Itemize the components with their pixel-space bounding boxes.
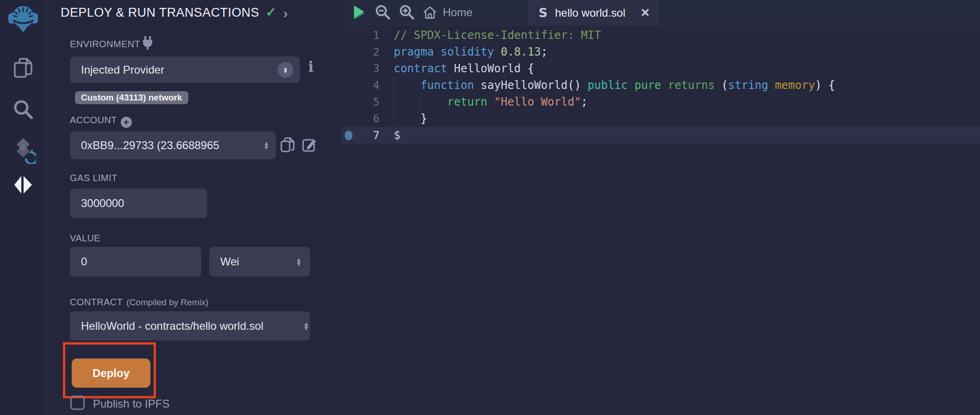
remix-logo[interactable] [0,3,46,34]
account-value: 0xBB9...29733 (23.6688965 [81,139,219,152]
line-number: 1 [355,29,379,41]
info-icon[interactable]: i [308,58,314,75]
icon-sidebar [0,0,46,415]
code-text: contract HelloWorld { [394,62,534,75]
line-number: 6 [355,113,379,125]
panel-title-text: DEPLOY & RUN TRANSACTIONS [61,6,259,19]
run-script-icon[interactable] [353,5,366,20]
contract-select-arrows-icon: ▲▼ [303,321,309,330]
gas-limit-value: 3000000 [81,197,124,210]
sidebar-item-deploy-and-run[interactable] [0,175,46,195]
deploy-button[interactable]: Deploy [72,358,150,388]
add-account-icon[interactable]: + [121,117,132,128]
gas-limit-input[interactable]: 3000000 [70,189,207,218]
value-label: VALUE [70,233,100,244]
tab-home[interactable]: Home [416,0,479,25]
file-explorer-icon [12,57,34,80]
environment-select-arrows-icon: ▲▼ [278,62,293,78]
editor-tabbar: Home S hello world.sol ✕ [341,0,980,25]
zoom-in-icon[interactable] [399,4,416,21]
publish-ipfs-label: Publish to IPFS [93,397,169,410]
environment-label: ENVIRONMENT [70,39,140,50]
contract-select[interactable]: HelloWorld - contracts/hello world.sol ▲… [70,311,310,340]
breakpoint-dot-icon [345,131,353,140]
network-badge: Custom (43113) network [75,91,188,104]
remix-logo-icon [8,3,38,34]
deploy-and-run-icon [13,175,33,195]
breakpoint-gutter[interactable] [341,131,355,140]
code-text: function sayHelloWorld() public pure ret… [394,79,835,92]
value-amount: 0 [81,255,87,268]
indent-guide [394,76,394,126]
panel-title: DEPLOY & RUN TRANSACTIONS✓ [61,5,277,20]
copy-account-icon[interactable] [280,137,296,153]
code-line[interactable]: 6 } [341,110,980,127]
code-text: pragma solidity 0.8.13; [394,45,547,58]
line-number: 7 [355,129,379,141]
code-line[interactable]: 4 function sayHelloWorld() public pure r… [341,77,980,94]
line-number: 3 [355,63,379,75]
code-text: return "Hello World"; [394,95,588,108]
account-select-arrows-icon: ▲▼ [263,141,269,150]
contract-label: CONTRACT(Compiled by Remix) [70,297,209,308]
publish-ipfs-checkbox[interactable] [70,396,85,410]
value-unit: Wei [220,255,239,268]
tab-home-label: Home [443,6,472,19]
code-line[interactable]: 1// SPDX-License-Identifier: MIT [341,27,980,44]
tab-hello-world-label: hello world.sol [555,6,640,19]
deploy-run-panel: DEPLOY & RUN TRANSACTIONS✓ › ENVIRONMENT… [46,0,341,415]
contract-sublabel: (Compiled by Remix) [126,297,208,307]
code-area[interactable]: 1// SPDX-License-Identifier: MIT2pragma … [341,25,980,144]
code-line[interactable]: 2pragma solidity 0.8.13; [341,44,980,60]
line-number: 2 [355,46,379,58]
tab-hello-world-sol[interactable]: S hello world.sol ✕ [529,0,658,25]
code-text: } [394,112,427,125]
code-editor: Home S hello world.sol ✕ 1// SPDX-Licens… [341,0,980,415]
account-label: ACCOUNT+ [70,115,132,128]
value-input[interactable]: 0 [70,247,201,277]
value-unit-arrows-icon: ▲▼ [296,258,302,266]
sidebar-item-search[interactable] [0,99,46,120]
code-line[interactable]: 3contract HelloWorld { [341,60,980,77]
sidebar-item-file-explorer[interactable] [0,57,46,80]
code-text: // SPDX-License-Identifier: MIT [394,29,601,42]
home-icon [422,5,437,20]
value-unit-select[interactable]: Wei ▲▼ [209,247,310,277]
contract-value: HelloWorld - contracts/hello world.sol [81,320,263,333]
code-line[interactable]: 5 return "Hello World"; [341,94,980,110]
code-line[interactable]: 7$ [341,127,980,144]
check-icon: ✓ [266,5,277,19]
code-text: $ [394,129,400,142]
plug-icon [141,36,154,50]
code-lines: 1// SPDX-License-Identifier: MIT2pragma … [341,27,980,144]
chevron-right-icon[interactable]: › [283,6,288,21]
account-select[interactable]: 0xBB9...29733 (23.6688965 ▲▼ [70,132,276,159]
line-number: 5 [355,96,379,108]
indent-guide [421,93,421,110]
environment-value: Injected Provider [81,63,164,76]
search-icon [12,99,34,120]
solidity-file-icon: S [539,6,547,20]
edit-account-icon[interactable] [301,136,317,153]
gas-limit-label: GAS LIMIT [70,173,118,183]
zoom-out-icon[interactable] [375,4,391,21]
solidity-compiler-icon [10,137,36,164]
sidebar-item-solidity-compiler[interactable] [0,137,46,164]
close-tab-icon[interactable]: ✕ [640,6,650,19]
line-number: 4 [355,79,379,91]
environment-select[interactable]: Injected Provider ▲▼ [70,57,300,83]
